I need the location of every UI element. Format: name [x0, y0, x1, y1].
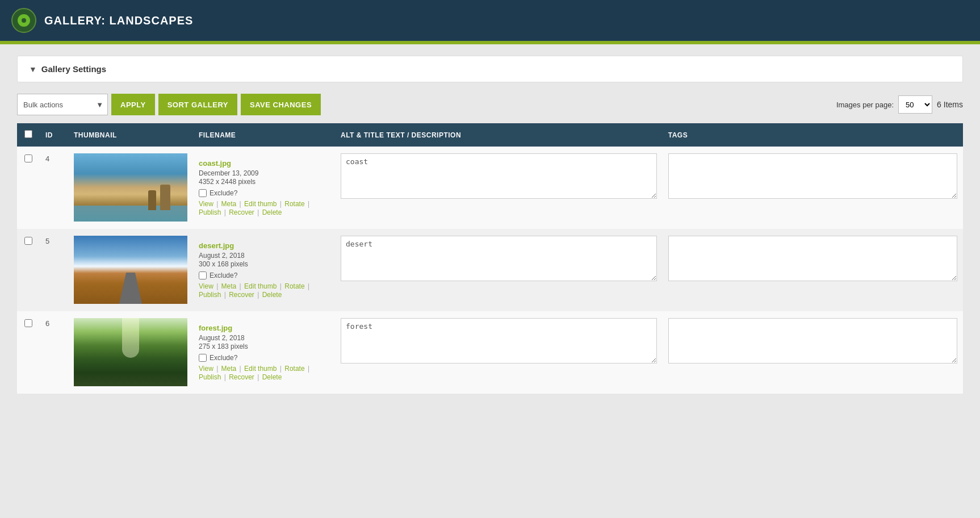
- row-checkbox-cell: [17, 311, 40, 394]
- table-row: 4 coast.jpg December 13, 2009 4352 x 244…: [17, 147, 963, 229]
- sep: |: [222, 208, 228, 216]
- action-publish-desert[interactable]: Publish: [199, 291, 221, 299]
- col-filename: FILENAME: [193, 123, 335, 147]
- sep: |: [278, 365, 283, 373]
- actions-desert: View | Meta | Edit thumb | Rotate | Publ…: [199, 279, 329, 304]
- file-date-desert: August 2, 2018: [199, 252, 329, 260]
- row-checkbox[interactable]: [24, 319, 32, 327]
- page-title: GALLERY: LANDSCAPES: [44, 14, 193, 27]
- sort-gallery-button[interactable]: SORT GALLERY: [158, 94, 237, 115]
- sep: |: [256, 291, 261, 299]
- action-recover-forest[interactable]: Recover: [229, 373, 254, 381]
- file-info-desert: desert.jpg August 2, 2018 300 x 168 pixe…: [199, 236, 329, 279]
- alt-textarea-desert[interactable]: desert: [341, 236, 657, 281]
- row-checkbox-cell: [17, 229, 40, 311]
- sep: |: [222, 291, 228, 299]
- sep: |: [237, 200, 243, 208]
- sep: |: [256, 208, 261, 216]
- alt-textarea-coast[interactable]: coast: [341, 153, 657, 199]
- row-fileinfo-cell: desert.jpg August 2, 2018 300 x 168 pixe…: [193, 229, 335, 311]
- action-rotate-coast[interactable]: Rotate: [284, 200, 304, 208]
- alt-textarea-forest[interactable]: forest: [341, 318, 657, 364]
- action-meta-forest[interactable]: Meta: [221, 365, 237, 373]
- action-view-forest[interactable]: View: [199, 365, 213, 373]
- row-id: 6: [40, 311, 68, 394]
- action-meta-desert[interactable]: Meta: [221, 282, 237, 290]
- file-date-forest: August 2, 2018: [199, 334, 329, 342]
- row-alt-cell-coast: coast: [335, 147, 663, 229]
- main-content: ▼ Gallery Settings Bulk actions ▼ APPLY …: [0, 44, 980, 518]
- exclude-checkbox-coast[interactable]: [199, 189, 207, 197]
- toolbar-right: Images per page: 50 25 100 6 Items: [836, 95, 963, 114]
- action-publish-forest[interactable]: Publish: [199, 373, 221, 381]
- settings-arrow: ▼: [29, 65, 37, 74]
- action-view-coast[interactable]: View: [199, 200, 213, 208]
- settings-title: Gallery Settings: [41, 64, 106, 74]
- file-name-desert[interactable]: desert.jpg: [199, 241, 234, 250]
- file-name-forest[interactable]: forest.jpg: [199, 324, 232, 332]
- exclude-label-coast: Exclude?: [210, 189, 237, 197]
- row-fileinfo-cell: forest.jpg August 2, 2018 275 x 183 pixe…: [193, 311, 335, 394]
- row-checkbox[interactable]: [24, 154, 32, 162]
- logo-dot: [22, 18, 26, 23]
- row-thumbnail-cell: [68, 229, 193, 311]
- app-logo: [11, 8, 36, 33]
- sep: |: [237, 365, 243, 373]
- exclude-label-forest: Exclude?: [210, 354, 237, 362]
- save-changes-button[interactable]: SAVE CHANGES: [241, 94, 321, 115]
- action-view-desert[interactable]: View: [199, 282, 213, 290]
- sep: |: [278, 282, 283, 290]
- exclude-row-desert: Exclude?: [199, 271, 329, 279]
- row-checkbox-cell: [17, 147, 40, 229]
- forest-light: [122, 318, 139, 358]
- action-rotate-forest[interactable]: Rotate: [284, 365, 304, 373]
- gallery-settings-card: ▼ Gallery Settings: [17, 56, 963, 82]
- exclude-checkbox-forest[interactable]: [199, 354, 207, 362]
- bulk-actions-select[interactable]: Bulk actions: [17, 94, 108, 115]
- file-dimensions-desert: 300 x 168 pixels: [199, 260, 329, 268]
- file-name-coast[interactable]: coast.jpg: [199, 159, 231, 168]
- action-meta-coast[interactable]: Meta: [221, 200, 237, 208]
- sep: |: [306, 365, 309, 373]
- apply-button[interactable]: APPLY: [111, 94, 155, 115]
- action-delete-coast[interactable]: Delete: [262, 208, 282, 216]
- sep: |: [215, 200, 220, 208]
- row-alt-cell-forest: forest: [335, 311, 663, 394]
- exclude-row-forest: Exclude?: [199, 354, 329, 362]
- action-recover-desert[interactable]: Recover: [229, 291, 254, 299]
- action-delete-desert[interactable]: Delete: [262, 291, 282, 299]
- row-checkbox[interactable]: [24, 237, 32, 245]
- action-editthumb-desert[interactable]: Edit thumb: [244, 282, 277, 290]
- row-id: 4: [40, 147, 68, 229]
- file-info-forest: forest.jpg August 2, 2018 275 x 183 pixe…: [199, 318, 329, 362]
- action-editthumb-coast[interactable]: Edit thumb: [244, 200, 277, 208]
- sep: |: [306, 200, 309, 208]
- row-thumbnail-cell: [68, 147, 193, 229]
- coast-rock2: [148, 190, 156, 210]
- sep: |: [215, 365, 220, 373]
- col-tags: TAGS: [663, 123, 963, 147]
- table-header-row: ID THUMBNAIL FILENAME ALT & TITLE TEXT /…: [17, 123, 963, 147]
- row-alt-cell-desert: desert: [335, 229, 663, 311]
- action-publish-coast[interactable]: Publish: [199, 208, 221, 216]
- bulk-actions-wrapper: Bulk actions ▼: [17, 94, 108, 115]
- tags-textarea-desert[interactable]: [668, 236, 957, 281]
- tags-textarea-forest[interactable]: [668, 318, 957, 364]
- file-date-coast: December 13, 2009: [199, 169, 329, 177]
- tags-textarea-coast[interactable]: [668, 153, 957, 199]
- sep: |: [306, 282, 309, 290]
- file-info-coast: coast.jpg December 13, 2009 4352 x 2448 …: [199, 153, 329, 197]
- thumbnail-desert: [74, 236, 187, 304]
- exclude-checkbox-desert[interactable]: [199, 271, 207, 279]
- coast-rock1: [160, 185, 170, 210]
- items-count: 6 Items: [937, 100, 963, 109]
- action-rotate-desert[interactable]: Rotate: [284, 282, 304, 290]
- select-all-checkbox[interactable]: [24, 130, 32, 138]
- sep: |: [215, 282, 220, 290]
- gallery-table: ID THUMBNAIL FILENAME ALT & TITLE TEXT /…: [17, 123, 963, 394]
- action-recover-coast[interactable]: Recover: [229, 208, 254, 216]
- action-editthumb-forest[interactable]: Edit thumb: [244, 365, 277, 373]
- action-delete-forest[interactable]: Delete: [262, 373, 282, 381]
- per-page-select[interactable]: 50 25 100: [898, 95, 932, 114]
- col-alt-title: ALT & TITLE TEXT / DESCRIPTION: [335, 123, 663, 147]
